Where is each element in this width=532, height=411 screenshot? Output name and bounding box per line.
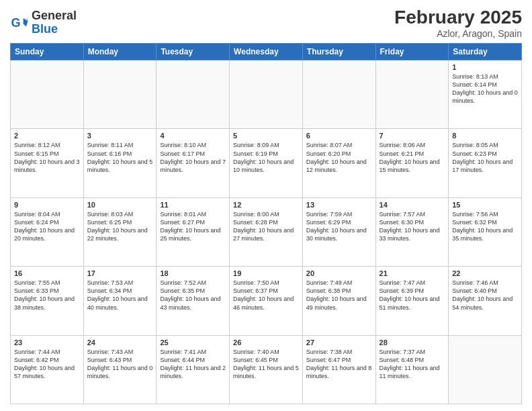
day-number: 16 (14, 269, 80, 277)
calendar-day-cell (11, 60, 84, 129)
day-number: 3 (87, 132, 153, 140)
day-number: 2 (14, 132, 80, 140)
title-block: February 2025 Azlor, Aragon, Spain (394, 7, 522, 39)
day-info: Sunrise: 7:52 AM Sunset: 6:35 PM Dayligh… (160, 279, 226, 312)
day-number: 24 (87, 338, 153, 347)
logo: G General Blue (10, 9, 77, 36)
day-number: 8 (452, 132, 518, 140)
day-info: Sunrise: 7:49 AM Sunset: 6:38 PM Dayligh… (306, 279, 372, 312)
day-info: Sunrise: 7:57 AM Sunset: 6:30 PM Dayligh… (380, 210, 445, 243)
day-number: 11 (160, 201, 226, 209)
calendar-day-header: Monday (83, 44, 157, 60)
day-number: 12 (233, 201, 299, 209)
calendar-day-cell: 12Sunrise: 8:00 AM Sunset: 6:28 PM Dayli… (230, 197, 303, 266)
day-info: Sunrise: 8:12 AM Sunset: 6:15 PM Dayligh… (14, 141, 80, 174)
logo-text: General Blue (32, 9, 77, 36)
day-info: Sunrise: 7:56 AM Sunset: 6:32 PM Dayligh… (452, 210, 518, 243)
calendar-week-row: 16Sunrise: 7:55 AM Sunset: 6:33 PM Dayli… (11, 267, 522, 335)
calendar-header-row: SundayMondayTuesdayWednesdayThursdayFrid… (11, 44, 522, 60)
calendar-day-header: Thursday (302, 44, 375, 60)
calendar-day-cell: 17Sunrise: 7:53 AM Sunset: 6:34 PM Dayli… (83, 267, 157, 335)
calendar-week-row: 9Sunrise: 8:04 AM Sunset: 6:24 PM Daylig… (11, 197, 522, 266)
day-number: 26 (233, 338, 299, 347)
logo-blue: Blue (32, 22, 58, 36)
calendar-day-cell: 3Sunrise: 8:11 AM Sunset: 6:16 PM Daylig… (83, 129, 157, 197)
day-number: 14 (380, 201, 445, 209)
calendar-day-cell: 4Sunrise: 8:10 AM Sunset: 6:17 PM Daylig… (157, 129, 230, 197)
calendar-day-cell: 10Sunrise: 8:03 AM Sunset: 6:25 PM Dayli… (83, 197, 157, 266)
calendar-week-row: 1Sunrise: 8:13 AM Sunset: 6:14 PM Daylig… (11, 60, 522, 129)
day-number: 4 (160, 132, 226, 140)
day-number: 17 (87, 269, 153, 277)
calendar-week-row: 2Sunrise: 8:12 AM Sunset: 6:15 PM Daylig… (11, 129, 522, 197)
day-info: Sunrise: 8:00 AM Sunset: 6:28 PM Dayligh… (233, 210, 299, 243)
day-number: 25 (160, 338, 226, 347)
day-number: 5 (233, 132, 299, 140)
calendar-day-cell: 2Sunrise: 8:12 AM Sunset: 6:15 PM Daylig… (11, 129, 84, 197)
day-number: 19 (233, 269, 299, 277)
calendar-day-header: Friday (375, 44, 449, 60)
calendar-day-cell: 1Sunrise: 8:13 AM Sunset: 6:14 PM Daylig… (449, 60, 522, 129)
logo-icon: G (10, 13, 29, 32)
day-info: Sunrise: 7:40 AM Sunset: 6:45 PM Dayligh… (233, 348, 299, 381)
calendar-day-cell (375, 60, 449, 129)
calendar-day-cell (157, 60, 230, 129)
day-info: Sunrise: 7:53 AM Sunset: 6:34 PM Dayligh… (87, 279, 153, 312)
header: G General Blue February 2025 Azlor, Arag… (10, 7, 522, 39)
calendar-day-cell: 9Sunrise: 8:04 AM Sunset: 6:24 PM Daylig… (11, 197, 84, 266)
calendar-day-cell: 27Sunrise: 7:38 AM Sunset: 6:47 PM Dayli… (302, 335, 375, 404)
calendar-day-cell: 21Sunrise: 7:47 AM Sunset: 6:39 PM Dayli… (375, 267, 449, 335)
calendar-day-header: Wednesday (230, 44, 303, 60)
day-info: Sunrise: 8:07 AM Sunset: 6:20 PM Dayligh… (306, 141, 372, 174)
calendar-day-cell: 18Sunrise: 7:52 AM Sunset: 6:35 PM Dayli… (157, 267, 230, 335)
calendar-day-cell: 19Sunrise: 7:50 AM Sunset: 6:37 PM Dayli… (230, 267, 303, 335)
day-number: 28 (380, 338, 445, 347)
day-info: Sunrise: 7:46 AM Sunset: 6:40 PM Dayligh… (452, 279, 518, 312)
day-info: Sunrise: 8:06 AM Sunset: 6:21 PM Dayligh… (380, 141, 445, 174)
day-info: Sunrise: 8:10 AM Sunset: 6:17 PM Dayligh… (160, 141, 226, 174)
calendar-day-cell (83, 60, 157, 129)
calendar-day-cell: 28Sunrise: 7:37 AM Sunset: 6:48 PM Dayli… (375, 335, 449, 404)
day-info: Sunrise: 7:38 AM Sunset: 6:47 PM Dayligh… (306, 348, 372, 381)
day-info: Sunrise: 7:37 AM Sunset: 6:48 PM Dayligh… (380, 348, 445, 381)
calendar-day-cell: 23Sunrise: 7:44 AM Sunset: 6:42 PM Dayli… (11, 335, 84, 404)
calendar-day-cell: 8Sunrise: 8:05 AM Sunset: 6:23 PM Daylig… (449, 129, 522, 197)
calendar-day-cell: 16Sunrise: 7:55 AM Sunset: 6:33 PM Dayli… (11, 267, 84, 335)
day-number: 1 (452, 63, 518, 71)
calendar-table: SundayMondayTuesdayWednesdayThursdayFrid… (10, 43, 522, 404)
day-info: Sunrise: 8:03 AM Sunset: 6:25 PM Dayligh… (87, 210, 153, 243)
calendar-day-header: Tuesday (157, 44, 230, 60)
day-info: Sunrise: 8:05 AM Sunset: 6:23 PM Dayligh… (452, 141, 518, 174)
calendar-day-header: Saturday (449, 44, 522, 60)
day-number: 21 (380, 269, 445, 277)
calendar-day-cell (230, 60, 303, 129)
calendar-day-cell: 15Sunrise: 7:56 AM Sunset: 6:32 PM Dayli… (449, 197, 522, 266)
day-number: 22 (452, 269, 518, 277)
calendar-day-cell: 25Sunrise: 7:41 AM Sunset: 6:44 PM Dayli… (157, 335, 230, 404)
day-info: Sunrise: 7:50 AM Sunset: 6:37 PM Dayligh… (233, 279, 299, 312)
day-info: Sunrise: 7:41 AM Sunset: 6:44 PM Dayligh… (160, 348, 226, 381)
calendar-day-cell (449, 335, 522, 404)
calendar-day-cell: 7Sunrise: 8:06 AM Sunset: 6:21 PM Daylig… (375, 129, 449, 197)
calendar-day-cell (302, 60, 375, 129)
day-info: Sunrise: 7:44 AM Sunset: 6:42 PM Dayligh… (14, 348, 80, 381)
calendar-day-cell: 26Sunrise: 7:40 AM Sunset: 6:45 PM Dayli… (230, 335, 303, 404)
day-info: Sunrise: 7:43 AM Sunset: 6:43 PM Dayligh… (87, 348, 153, 381)
calendar-day-cell: 20Sunrise: 7:49 AM Sunset: 6:38 PM Dayli… (302, 267, 375, 335)
day-number: 10 (87, 201, 153, 209)
day-number: 9 (14, 201, 80, 209)
day-info: Sunrise: 8:04 AM Sunset: 6:24 PM Dayligh… (14, 210, 80, 243)
day-info: Sunrise: 7:59 AM Sunset: 6:29 PM Dayligh… (306, 210, 372, 243)
subtitle: Azlor, Aragon, Spain (394, 28, 522, 39)
calendar-day-cell: 24Sunrise: 7:43 AM Sunset: 6:43 PM Dayli… (83, 335, 157, 404)
day-number: 6 (306, 132, 372, 140)
calendar-day-cell: 13Sunrise: 7:59 AM Sunset: 6:29 PM Dayli… (302, 197, 375, 266)
calendar-day-cell: 14Sunrise: 7:57 AM Sunset: 6:30 PM Dayli… (375, 197, 449, 266)
day-info: Sunrise: 7:47 AM Sunset: 6:39 PM Dayligh… (380, 279, 445, 312)
day-info: Sunrise: 8:09 AM Sunset: 6:19 PM Dayligh… (233, 141, 299, 174)
day-number: 18 (160, 269, 226, 277)
day-number: 23 (14, 338, 80, 347)
day-number: 15 (452, 201, 518, 209)
day-number: 7 (380, 132, 445, 140)
day-info: Sunrise: 7:55 AM Sunset: 6:33 PM Dayligh… (14, 279, 80, 312)
